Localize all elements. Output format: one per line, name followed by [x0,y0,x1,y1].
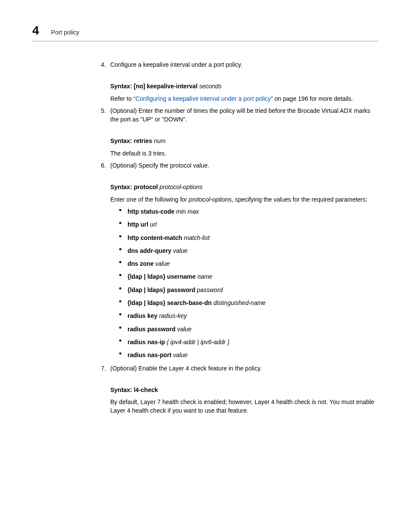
option-italic: password [197,286,223,293]
intro-italic: protocol-options [189,196,232,203]
chapter-number: 4 [32,24,39,37]
option-italic: radius-key [159,312,187,319]
page-header: 4 Port policy [32,24,379,41]
step-text: (Optional) Enable the Layer 4 check feat… [110,364,379,373]
option-bold: radius nas-ip [128,339,165,345]
syntax-line: Syntax: [no] keepalive-interval seconds [110,82,379,90]
option-bold: {ldap | ldaps} username [128,273,196,280]
option-italic: distinguished-name [213,299,265,306]
step-7: 7. (Optional) Enable the Layer 4 check f… [95,364,379,373]
refer-line: Refer to “Configuring a keepalive interv… [110,94,379,103]
list-item: http content-match match-list [119,233,379,242]
step-4-detail: Syntax: [no] keepalive-interval seconds … [110,82,379,103]
option-italic: value [177,326,191,333]
step-5-detail: Syntax: retries num The default is 3 tri… [110,137,379,158]
option-italic: min max [176,208,199,215]
list-item: {ldap | ldaps} search-base-dn distinguis… [119,299,379,307]
refer-suffix: on page 196 for more details. [273,95,353,102]
page-content: 4. Configure a keepalive interval under … [95,60,379,419]
intro-suffix: , specifying the values for the required… [232,196,367,203]
option-italic: value [156,260,170,267]
option-bold: radius nas-port [128,352,171,358]
list-item: radius nas-port value [119,351,379,359]
step-number: 5. [95,106,110,124]
syntax-label: Syntax: [110,184,132,190]
syntax-label: Syntax: [110,137,132,144]
option-bold: http url [128,221,148,228]
syntax-line: Syntax: retries num [110,137,379,145]
list-item: radius nas-ip { ipv4-addr | ipv6-addr } [119,338,379,346]
syntax-command: retries [134,137,152,144]
note-text: By default, Layer 7 health check is enab… [110,398,379,415]
section-title: Port policy [51,29,79,36]
option-bold: http status-code [128,208,174,215]
note-text: The default is 3 tries. [110,149,379,158]
list-item: dns zone value [119,259,379,268]
option-italic: { ipv4-addr | ipv6-addr } [167,339,229,345]
option-italic: url [150,221,157,228]
list-item: dns addr-query value [119,246,379,255]
syntax-argument: num [154,137,165,144]
option-italic: value [173,352,187,358]
syntax-argument: seconds [199,83,221,90]
intro-prefix: Enter one of the following for [110,196,189,203]
option-bold: {ldap | ldaps} search-base-dn [128,299,212,306]
option-bold: dns addr-query [128,247,171,254]
list-item: http url url [119,220,379,229]
list-item: http status-code min max [119,207,379,216]
option-italic: match-list [184,234,210,241]
syntax-command: [no] keepalive-interval [134,83,197,90]
refer-link[interactable]: “Configuring a keepalive interval under … [134,95,273,102]
step-5: 5. (Optional) Enter the number of times … [95,106,379,124]
option-italic: value [173,247,187,254]
refer-prefix: Refer to [110,95,134,102]
step-text: (Optional) Enter the number of times the… [110,106,379,124]
syntax-line: Syntax: protocol protocol-options [110,183,379,191]
step-4: 4. Configure a keepalive interval under … [95,60,379,69]
protocol-option-list: http status-code min max http url url ht… [119,207,379,360]
syntax-command: protocol [134,184,158,190]
step-number: 4. [95,60,110,69]
step-7-detail: Syntax: l4-check By default, Layer 7 hea… [110,386,379,415]
syntax-argument: protocol-options [159,184,202,190]
option-bold: dns zone [128,260,154,267]
list-item: radius password value [119,325,379,333]
step-6-detail: Syntax: protocol protocol-options Enter … [110,183,379,359]
option-bold: {ldap | ldaps} password [128,286,195,293]
option-italic: name [197,273,212,280]
list-item: {ldap | ldaps} username name [119,272,379,281]
step-6: 6. (Optional) Specify the protocol value… [95,161,379,170]
option-bold: radius password [128,326,175,333]
syntax-label: Syntax: [110,386,132,393]
list-item: {ldap | ldaps} password password [119,286,379,294]
step-text: (Optional) Specify the protocol value. [110,161,379,170]
option-bold: radius key [128,312,157,319]
step-number: 6. [95,161,110,170]
step-number: 7. [95,364,110,373]
syntax-label: Syntax: [110,83,132,90]
step-text: Configure a keepalive interval under a p… [110,60,379,69]
list-item: radius key radius-key [119,311,379,320]
syntax-command: l4-check [134,386,158,393]
intro-text: Enter one of the following for protocol-… [110,195,379,204]
syntax-line: Syntax: l4-check [110,386,379,394]
option-bold: http content-match [128,234,182,241]
